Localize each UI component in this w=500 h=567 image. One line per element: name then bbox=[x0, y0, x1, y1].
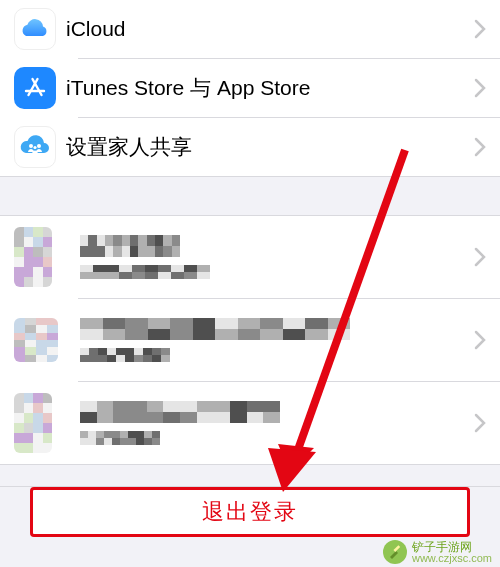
devices-group bbox=[0, 215, 500, 465]
device-row[interactable] bbox=[0, 216, 500, 298]
device-subtitle-obscured bbox=[80, 431, 160, 445]
device-text bbox=[80, 235, 210, 279]
divider bbox=[0, 486, 500, 487]
menu-item-label: iCloud bbox=[66, 17, 126, 41]
device-row[interactable] bbox=[0, 382, 500, 464]
chevron-right-icon bbox=[474, 413, 486, 433]
sign-out-section: 退出登录 bbox=[0, 487, 500, 537]
device-name-obscured bbox=[80, 401, 280, 423]
device-name-obscured bbox=[80, 318, 350, 340]
menu-item-label: iTunes Store 与 App Store bbox=[66, 74, 310, 102]
menu-item-appstore[interactable]: iTunes Store 与 App Store bbox=[0, 59, 500, 117]
chevron-right-icon bbox=[474, 19, 486, 39]
chevron-right-icon bbox=[474, 137, 486, 157]
svg-point-2 bbox=[33, 146, 36, 149]
watermark: 铲子手游网 www.czjxsc.com bbox=[382, 539, 492, 565]
device-subtitle-obscured bbox=[80, 348, 170, 362]
chevron-right-icon bbox=[474, 247, 486, 267]
icloud-icon bbox=[14, 8, 66, 50]
device-text bbox=[80, 318, 350, 362]
watermark-site: www.czjxsc.com bbox=[412, 553, 492, 564]
section-gap bbox=[0, 177, 500, 215]
svg-point-1 bbox=[37, 144, 41, 148]
family-icon bbox=[14, 126, 66, 168]
device-thumbnail bbox=[14, 227, 66, 287]
device-row[interactable] bbox=[0, 299, 500, 381]
menu-item-family-sharing[interactable]: 设置家人共享 bbox=[0, 118, 500, 176]
menu-item-label: 设置家人共享 bbox=[66, 133, 192, 161]
menu-item-icloud[interactable]: iCloud bbox=[0, 0, 500, 58]
device-thumbnail bbox=[14, 393, 66, 453]
svg-point-0 bbox=[29, 144, 33, 148]
settings-menu-group: iCloud iTunes Store 与 App Store 设置家人共享 bbox=[0, 0, 500, 177]
sign-out-button[interactable]: 退出登录 bbox=[30, 487, 470, 537]
chevron-right-icon bbox=[474, 330, 486, 350]
divider bbox=[0, 464, 500, 465]
watermark-brand: 铲子手游网 bbox=[412, 541, 492, 553]
device-subtitle-obscured bbox=[80, 265, 210, 279]
chevron-right-icon bbox=[474, 78, 486, 98]
sign-out-label: 退出登录 bbox=[202, 497, 298, 527]
shovel-icon bbox=[382, 539, 408, 565]
device-name-obscured bbox=[80, 235, 180, 257]
device-text bbox=[80, 401, 280, 445]
appstore-icon bbox=[14, 67, 66, 109]
device-thumbnail bbox=[14, 318, 66, 362]
